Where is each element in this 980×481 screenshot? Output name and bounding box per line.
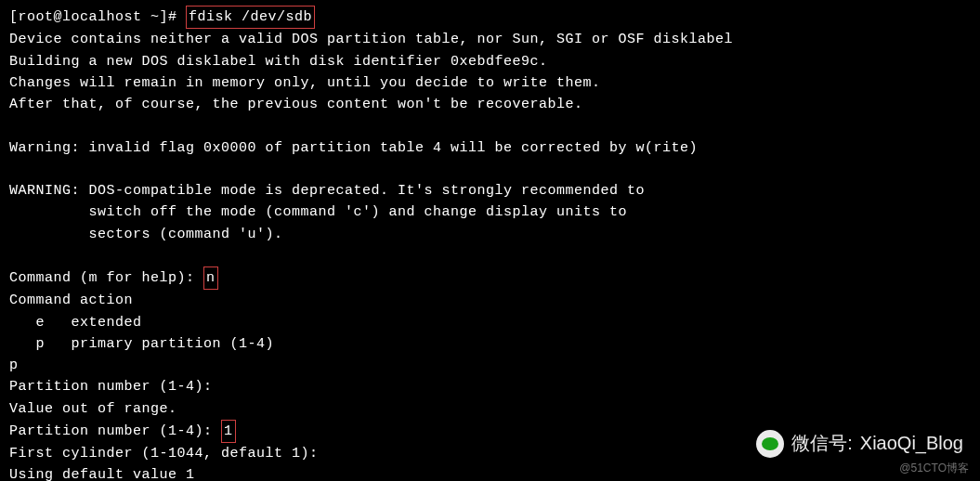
output-row <box>9 159 971 180</box>
output-row: e extended <box>9 312 971 333</box>
terminal-window: [root@localhost ~]# fdisk /dev/sdb Devic… <box>9 6 971 481</box>
shell-prompt: [root@localhost ~]# <box>9 9 186 25</box>
attribution-text: @51CTO博客 <box>899 460 969 477</box>
output-row: Building a new DOS disklabel with disk i… <box>9 51 971 72</box>
wechat-handle: XiaoQi_Blog <box>860 429 963 458</box>
partition-number-prompt: Partition number (1-4): <box>9 423 221 439</box>
output-row: WARNING: DOS-compatible mode is deprecat… <box>9 180 971 202</box>
fdisk-prompt-line[interactable]: Command (m for help): n <box>9 266 971 290</box>
output-row <box>9 245 971 266</box>
output-row <box>9 115 971 136</box>
output-row: Changes will remain in memory only, unti… <box>9 72 971 94</box>
output-row: p primary partition (1-4) <box>9 333 971 355</box>
output-row: switch off the mode (command 'c') and ch… <box>9 202 971 223</box>
output-row: Using default value 1 <box>9 464 971 481</box>
wechat-label: 微信号: <box>791 429 853 458</box>
input-partition-number: 1 <box>221 420 236 443</box>
output-row: Command action <box>9 290 971 311</box>
fdisk-prompt: Command (m for help): <box>9 270 203 286</box>
wechat-watermark: 微信号: XiaoQi_Blog <box>756 429 963 458</box>
output-row: Value out of range. <box>9 398 971 420</box>
wechat-icon <box>756 430 784 458</box>
output-row: p <box>9 355 971 376</box>
input-new-partition: n <box>203 266 218 290</box>
prompt-line[interactable]: [root@localhost ~]# fdisk /dev/sdb <box>9 6 971 29</box>
output-row: Partition number (1-4): <box>9 376 971 397</box>
output-row: Warning: invalid flag 0x0000 of partitio… <box>9 137 971 159</box>
output-row: sectors (command 'u'). <box>9 224 971 245</box>
output-row: After that, of course, the previous cont… <box>9 94 971 115</box>
fdisk-command: fdisk /dev/sdb <box>186 6 315 29</box>
output-row: Device contains neither a valid DOS part… <box>9 29 971 50</box>
